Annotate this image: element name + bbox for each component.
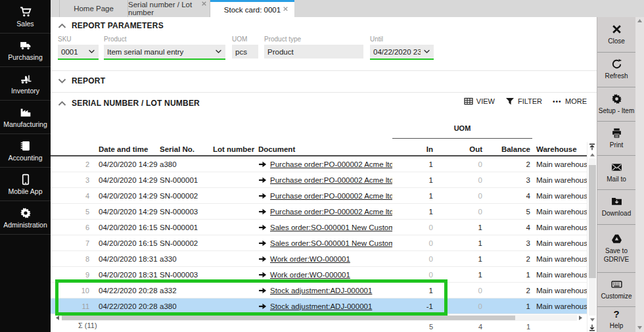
scroll-down-icon[interactable] — [589, 316, 595, 323]
section-report-parameters[interactable]: REPORT PARAMETERS — [58, 21, 164, 30]
table-row[interactable]: 11 04/22/2020 20:28 a380 Stock adjustmen… — [51, 298, 587, 314]
document-link[interactable]: Stock adjustment:ADJ-000001 — [270, 302, 372, 310]
main-column: Home Page Serial number / Lot number Sto… — [51, 0, 644, 332]
table-row[interactable]: 9 04/20/2020 18:31 SN-000003 Work order:… — [51, 267, 587, 283]
cell-out: 0 — [435, 160, 484, 168]
product-select[interactable]: Item serial manul entry — [104, 45, 225, 59]
sidebar-item-mobile-app[interactable]: Mobile App — [0, 168, 51, 201]
until-select[interactable]: 04/22/2020 23:59 — [370, 45, 434, 59]
document-link[interactable]: Stock adjustment:ADJ-000001 — [270, 287, 372, 295]
cell-date: 04/20/2020 14:29 — [93, 208, 160, 216]
sidebar-item-sales[interactable]: Sales — [0, 0, 51, 34]
field-value: Product — [267, 48, 360, 56]
document-link[interactable]: Purchase order:PO-000002 Acme ltd — [270, 208, 392, 216]
scroll-to-top-icon[interactable] — [588, 142, 597, 151]
cell-serial: SN-000001 — [160, 176, 213, 184]
col-warehouse: Warehouse — [532, 145, 587, 155]
chevron-down-icon — [88, 49, 95, 54]
tab-home-page[interactable]: Home Page — [59, 0, 128, 17]
section-report[interactable]: REPORT — [58, 76, 105, 85]
mail-to-button[interactable]: Mail to — [597, 155, 635, 189]
cell-out: 0 — [435, 192, 484, 200]
sku-select[interactable]: 0001 — [58, 45, 99, 59]
scroll-right-icon[interactable] — [578, 316, 584, 321]
tab-stock-card-0001[interactable]: Stock card: 0001 — [210, 0, 294, 17]
section-serial-number[interactable]: SERIAL NUMBER / LOT NUMBER — [58, 99, 200, 108]
setup-item-button[interactable]: Setup - Item — [597, 87, 635, 121]
document-link[interactable]: Purchase order:PO-000002 Acme ltd — [270, 160, 392, 168]
filter-button[interactable]: FILTER — [505, 97, 542, 105]
scroll-down-icon[interactable] — [637, 326, 643, 330]
close-icon[interactable] — [201, 1, 208, 7]
save-to-gdrive-button[interactable]: Save to GDRIVE — [597, 224, 635, 272]
scrollbar-thumb[interactable] — [589, 165, 596, 278]
table-row[interactable]: 3 04/20/2020 14:29 SN-000001 Purchase or… — [51, 172, 587, 188]
document-link[interactable]: Sales order:SO-000001 New Customer — [270, 239, 392, 247]
right-panel: Close Refresh Setup - Item Print Mail to… — [597, 17, 644, 332]
more-button[interactable]: ••• MORE — [553, 97, 587, 105]
refresh-button[interactable]: Refresh — [597, 52, 635, 87]
document-link[interactable]: Work order:WO-000001 — [270, 271, 350, 279]
cell-warehouse: Main warehouse — [532, 208, 587, 216]
field-underline — [370, 59, 434, 60]
scrollbar-thumb[interactable] — [62, 316, 515, 320]
action-label: FILTER — [518, 97, 542, 105]
table-row[interactable]: 5 04/20/2020 14:29 SN-000003 Purchase or… — [51, 204, 587, 220]
help-button[interactable]: ? Help — [597, 306, 635, 332]
product-type-field[interactable]: Product — [264, 45, 363, 59]
field-label: SKU — [58, 36, 99, 43]
section-title: REPORT PARAMETERS — [72, 21, 164, 30]
cell-warehouse: Main warehouse — [532, 239, 587, 247]
table-row[interactable]: 8 04/20/2020 18:31 a330 Work order:WO-00… — [51, 251, 587, 267]
field-value: pcs — [235, 48, 255, 56]
scrollbar-track[interactable] — [62, 315, 577, 321]
horizontal-scrollbar[interactable] — [55, 315, 584, 321]
panel-scrollbar[interactable] — [635, 17, 644, 332]
scrollbar-track[interactable] — [589, 158, 596, 316]
sidebar-item-administration[interactable]: Administration — [0, 201, 51, 235]
sidebar-item-purchasing[interactable]: Purchasing — [0, 34, 51, 67]
document-link[interactable]: Purchase order:PO-000002 Acme ltd — [270, 176, 392, 184]
arrow-right-icon — [258, 256, 267, 262]
close-icon[interactable] — [283, 6, 289, 12]
table-row[interactable]: 6 04/20/2020 16:15 SN-000001 Sales order… — [51, 220, 587, 235]
cell-serial: SN-000003 — [160, 271, 213, 279]
customize-button[interactable]: Customize — [597, 272, 635, 306]
download-button[interactable]: Download — [597, 189, 635, 224]
print-icon — [611, 128, 622, 139]
sidebar-item-inventory[interactable]: Inventory — [0, 67, 51, 101]
cell-in: 1 — [392, 160, 435, 168]
vertical-scrollbar[interactable] — [587, 142, 597, 332]
field-underline — [264, 59, 363, 60]
cell-date: 04/20/2020 14:29 — [93, 192, 160, 200]
cell-out: 1 — [435, 271, 484, 279]
divider — [51, 92, 597, 93]
uom-field[interactable]: pcs — [232, 45, 258, 59]
table-row[interactable]: 4 04/20/2020 14:29 SN-000002 Purchase or… — [51, 188, 587, 204]
scroll-up-icon[interactable] — [637, 19, 643, 23]
table-row[interactable]: 2 04/20/2020 14:29 a380 Purchase order:P… — [51, 156, 587, 172]
close-button[interactable]: Close — [597, 17, 635, 52]
sidebar-item-accounting[interactable]: Accounting — [0, 134, 51, 168]
scroll-to-bottom-icon[interactable] — [588, 323, 597, 332]
document-link[interactable]: Sales order:SO-000001 New Customer — [270, 224, 392, 231]
cell-serial: a380 — [160, 160, 213, 168]
document-link[interactable]: Work order:WO-000001 — [270, 255, 350, 263]
scroll-left-icon[interactable] — [55, 316, 60, 321]
view-button[interactable]: VIEW — [464, 97, 495, 105]
document-link[interactable]: Purchase order:PO-000002 Acme ltd — [270, 192, 392, 200]
summary-balance: 1 — [484, 323, 532, 331]
help-icon: ? — [611, 308, 622, 320]
print-button[interactable]: Print — [597, 121, 635, 155]
chevron-up-icon — [58, 23, 66, 29]
scroll-up-icon[interactable] — [589, 151, 595, 158]
table-row[interactable]: 10 04/22/2020 20:28 a332 Stock adjustmen… — [51, 283, 587, 298]
sidebar-item-label: Mobile App — [9, 187, 43, 195]
phone-icon — [20, 174, 32, 185]
cell-date: 04/22/2020 20:28 — [93, 287, 160, 295]
sidebar-item-manufacturing[interactable]: Manufacturing — [0, 101, 51, 134]
table-body: 2 04/20/2020 14:29 a380 Purchase order:P… — [51, 156, 587, 314]
row-number: 10 — [51, 287, 93, 295]
table-row[interactable]: 7 04/20/2020 16:15 SN-000002 Sales order… — [51, 235, 587, 251]
tab-serial-number-lot-number[interactable]: Serial number / Lot number — [128, 0, 210, 17]
